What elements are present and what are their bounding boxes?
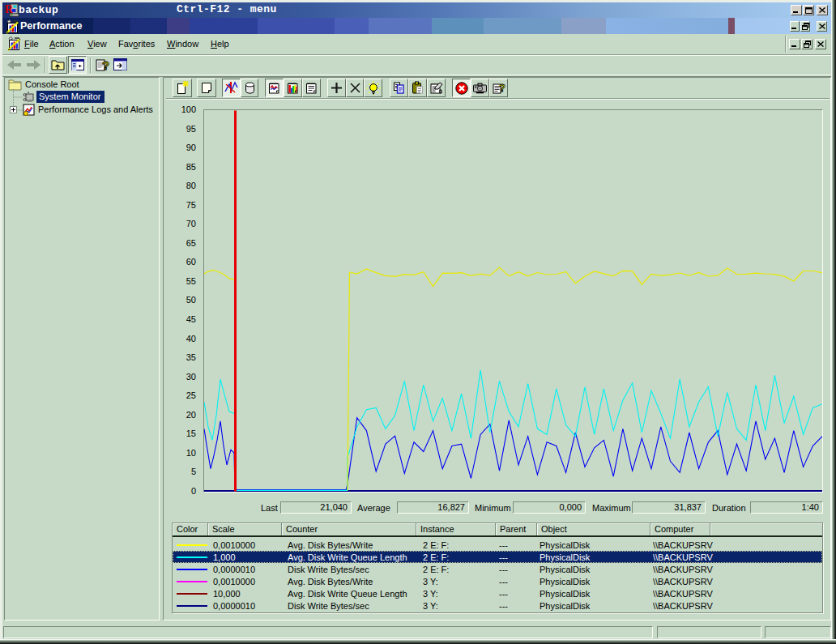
svg-text:?: ?	[102, 58, 109, 72]
svg-text:?: ?	[499, 82, 505, 94]
svg-text:R: R	[6, 3, 14, 15]
